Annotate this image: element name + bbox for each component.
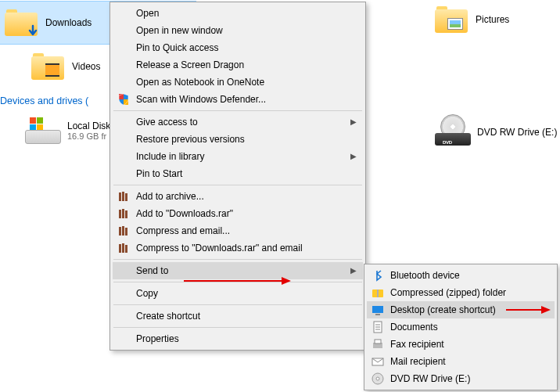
svg-rect-17 bbox=[375, 314, 380, 315]
sendto-dvd[interactable]: DVD RW Drive (E:) bbox=[367, 370, 555, 387]
menu-restore-versions[interactable]: Restore previous versions bbox=[113, 131, 363, 148]
menu-scan-defender[interactable]: Scan with Windows Defender... bbox=[113, 91, 363, 108]
menu-separator bbox=[113, 304, 362, 305]
sendto-bluetooth[interactable]: Bluetooth device bbox=[367, 267, 555, 284]
menu-create-shortcut[interactable]: Create shortcut bbox=[113, 307, 363, 325]
menu-open-new-window[interactable]: Open in new window bbox=[113, 22, 363, 39]
menu-pin-quick-access[interactable]: Pin to Quick access bbox=[113, 39, 363, 56]
context-menu: Open Open in new window Pin to Quick acc… bbox=[109, 2, 366, 351]
sendto-documents[interactable]: Documents bbox=[367, 318, 555, 336]
picture-badge-icon bbox=[447, 18, 463, 30]
svg-rect-13 bbox=[125, 245, 127, 253]
sendto-fax[interactable]: Fax recipient bbox=[367, 336, 555, 353]
menu-compress-rar-email[interactable]: Compress to "Downloads.rar" and email bbox=[113, 239, 363, 257]
mail-icon bbox=[372, 355, 384, 368]
submenu-arrow-icon: ▶ bbox=[350, 118, 357, 126]
menu-give-access[interactable]: Give access to▶ bbox=[113, 113, 363, 131]
drives-group-header: Devices and drives ( bbox=[0, 95, 88, 106]
menu-open[interactable]: Open bbox=[113, 5, 363, 22]
svg-rect-12 bbox=[122, 243, 124, 253]
folder-icon bbox=[31, 53, 64, 80]
menu-open-onenote[interactable]: Open as Notebook in OneNote bbox=[113, 74, 363, 91]
bluetooth-icon bbox=[372, 269, 384, 282]
menu-include-library[interactable]: Include in library▶ bbox=[113, 148, 363, 165]
drive-dvd[interactable]: DVD DVD RW Drive (E:) bbox=[435, 119, 557, 146]
svg-rect-15 bbox=[377, 290, 379, 297]
menu-copy[interactable]: Copy bbox=[113, 285, 363, 302]
menu-compress-email[interactable]: Compress and email... bbox=[113, 222, 363, 239]
menu-add-rar[interactable]: Add to "Downloads.rar" bbox=[113, 205, 363, 222]
document-icon bbox=[372, 321, 384, 333]
winrar-icon bbox=[117, 190, 130, 203]
svg-rect-4 bbox=[125, 193, 127, 201]
hdd-icon bbox=[25, 117, 61, 144]
annotation-arrow bbox=[506, 309, 549, 311]
folder-icon bbox=[435, 6, 468, 33]
svg-rect-2 bbox=[119, 192, 121, 201]
sendto-compressed[interactable]: Compressed (zipped) folder bbox=[367, 284, 555, 301]
svg-rect-6 bbox=[122, 209, 124, 218]
svg-rect-16 bbox=[372, 306, 383, 313]
film-badge-icon bbox=[45, 63, 59, 77]
svg-rect-8 bbox=[119, 227, 121, 236]
sendto-mail[interactable]: Mail recipient bbox=[367, 353, 555, 370]
folder-label: Pictures bbox=[476, 14, 509, 25]
menu-send-to[interactable]: Send to▶ bbox=[113, 262, 363, 279]
menu-add-archive[interactable]: Add to archive... bbox=[113, 188, 363, 205]
zip-folder-icon bbox=[372, 286, 384, 299]
sendto-submenu: Bluetooth device Compressed (zipped) fol… bbox=[364, 264, 558, 390]
defender-shield-icon bbox=[117, 93, 130, 106]
desktop-icon bbox=[372, 304, 384, 316]
folder-icon bbox=[5, 9, 38, 36]
drive-local-disk[interactable]: Local Disk ( 16.9 GB fr bbox=[25, 117, 117, 144]
folder-label: Downloads bbox=[45, 17, 92, 28]
menu-separator bbox=[113, 185, 362, 185]
svg-rect-9 bbox=[122, 226, 124, 236]
menu-pin-start[interactable]: Pin to Start bbox=[113, 165, 363, 182]
drive-label: DVD RW Drive (E:) bbox=[477, 127, 557, 138]
menu-separator bbox=[113, 327, 362, 328]
svg-rect-10 bbox=[125, 228, 127, 236]
folder-label: Videos bbox=[72, 61, 100, 72]
winrar-icon bbox=[117, 242, 130, 254]
submenu-arrow-icon: ▶ bbox=[350, 153, 357, 160]
svg-rect-23 bbox=[375, 340, 381, 343]
winrar-icon bbox=[117, 225, 130, 237]
svg-point-26 bbox=[376, 377, 379, 380]
folder-pictures[interactable]: Pictures bbox=[435, 6, 509, 33]
svg-rect-5 bbox=[119, 210, 121, 218]
annotation-arrow bbox=[184, 280, 289, 282]
submenu-arrow-icon: ▶ bbox=[350, 267, 357, 275]
menu-separator bbox=[113, 259, 362, 260]
winrar-icon bbox=[117, 207, 130, 220]
explorer-view: Downloads Pictures Videos Devices and dr… bbox=[0, 0, 560, 392]
dvd-drive-icon: DVD bbox=[435, 119, 471, 146]
menu-release-dragon[interactable]: Release a Screen Dragon bbox=[113, 56, 363, 74]
folder-videos[interactable]: Videos bbox=[31, 53, 100, 80]
menu-separator bbox=[113, 110, 362, 111]
svg-rect-11 bbox=[119, 244, 121, 253]
menu-separator bbox=[113, 282, 362, 282]
svg-rect-7 bbox=[125, 210, 127, 218]
svg-rect-3 bbox=[122, 192, 124, 201]
dvd-disc-icon bbox=[372, 372, 384, 385]
fax-icon bbox=[372, 338, 384, 351]
download-arrow-icon bbox=[26, 24, 40, 38]
menu-properties[interactable]: Properties bbox=[113, 330, 363, 347]
